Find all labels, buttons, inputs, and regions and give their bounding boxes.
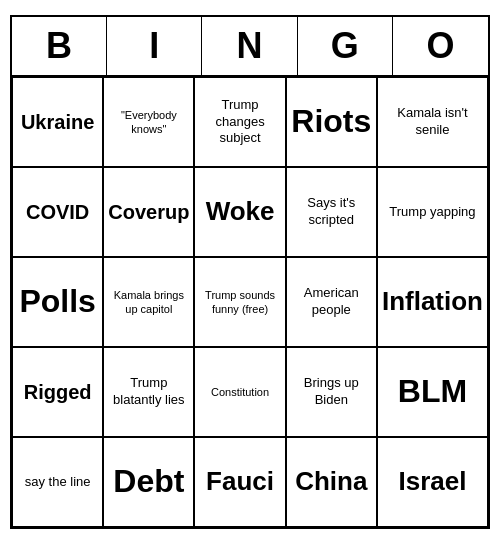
bingo-cell: China — [286, 437, 377, 527]
bingo-cell: BLM — [377, 347, 488, 437]
bingo-cell: "Everybody knows" — [103, 77, 194, 167]
header-letter: O — [393, 17, 488, 75]
header-letter: G — [298, 17, 393, 75]
bingo-cell: Kamala isn't senile — [377, 77, 488, 167]
header-letter: I — [107, 17, 202, 75]
bingo-cell: Inflation — [377, 257, 488, 347]
bingo-grid: Ukraine"Everybody knows"Trump changes su… — [12, 77, 488, 527]
bingo-cell: Israel — [377, 437, 488, 527]
bingo-cell: Trump yapping — [377, 167, 488, 257]
bingo-cell: Kamala brings up capitol — [103, 257, 194, 347]
header-letter: B — [12, 17, 107, 75]
bingo-cell: Brings up Biden — [286, 347, 377, 437]
bingo-card: BINGO Ukraine"Everybody knows"Trump chan… — [10, 15, 490, 529]
bingo-cell: Trump changes subject — [194, 77, 285, 167]
bingo-cell: Coverup — [103, 167, 194, 257]
bingo-cell: Trump blatantly lies — [103, 347, 194, 437]
bingo-cell: Ukraine — [12, 77, 103, 167]
bingo-cell: Constitution — [194, 347, 285, 437]
bingo-cell: American people — [286, 257, 377, 347]
bingo-cell: Rigged — [12, 347, 103, 437]
bingo-cell: COVID — [12, 167, 103, 257]
bingo-cell: Polls — [12, 257, 103, 347]
bingo-cell: Trump sounds funny (free) — [194, 257, 285, 347]
bingo-cell: Debt — [103, 437, 194, 527]
bingo-cell: Woke — [194, 167, 285, 257]
bingo-cell: Says it's scripted — [286, 167, 377, 257]
bingo-cell: Fauci — [194, 437, 285, 527]
bingo-cell: say the line — [12, 437, 103, 527]
header-letter: N — [202, 17, 297, 75]
bingo-header: BINGO — [12, 17, 488, 77]
bingo-cell: Riots — [286, 77, 377, 167]
